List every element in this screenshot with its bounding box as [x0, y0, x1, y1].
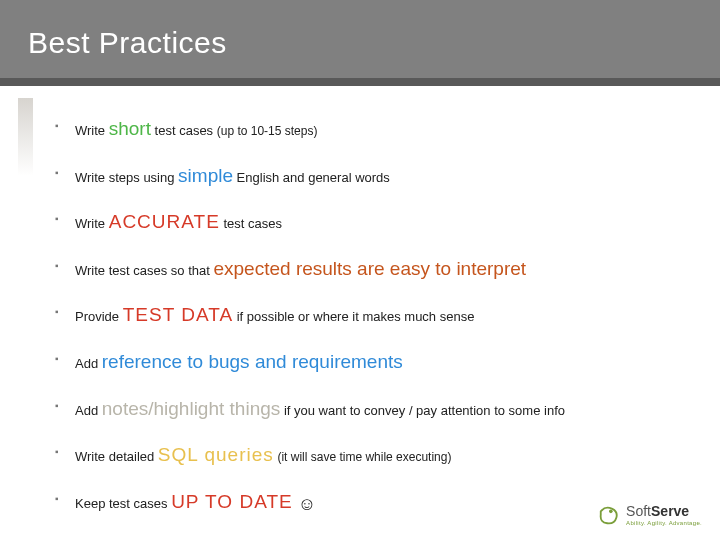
highlight-accurate: ACCURATE	[109, 211, 220, 232]
highlight-reference: reference to bugs and requirements	[102, 351, 403, 372]
side-gradient-strip	[18, 98, 33, 176]
list-item: Provide TEST DATA if possible or where i…	[55, 302, 680, 329]
parenthetical: (up to 10-15 steps)	[217, 124, 318, 138]
list-item: Write short test cases (up to 10-15 step…	[55, 116, 680, 143]
list-item: Write test cases so that expected result…	[55, 256, 680, 283]
text: English and general words	[233, 170, 390, 185]
svg-point-0	[609, 510, 613, 514]
logo-name-bold: Serve	[651, 503, 689, 519]
list-item: Add reference to bugs and requirements	[55, 349, 680, 376]
logo-text: SoftServe Ability. Agility. Advantage.	[626, 504, 702, 526]
slide-title: Best Practices	[28, 26, 227, 60]
text: Add	[75, 403, 102, 418]
highlight-test-data: TEST DATA	[123, 304, 233, 325]
smile-icon: ☺	[293, 494, 316, 514]
logo-name: SoftServe	[626, 504, 702, 518]
text: test cases	[151, 123, 217, 138]
highlight-expected: expected results are easy to interpret	[213, 258, 526, 279]
text: if possible or where it makes much sense	[233, 309, 474, 324]
logo-mark-icon	[598, 504, 620, 526]
text: Write test cases so that	[75, 263, 213, 278]
highlight-short: short	[109, 118, 151, 139]
list-item: Write detailed SQL queries (it will save…	[55, 442, 680, 469]
text: test cases	[220, 216, 282, 231]
text: Write steps using	[75, 170, 178, 185]
text: Write	[75, 123, 109, 138]
logo-tagline: Ability. Agility. Advantage.	[626, 520, 702, 526]
slide-content: Write short test cases (up to 10-15 step…	[0, 86, 720, 517]
header-underline	[0, 78, 720, 86]
logo-name-light: Soft	[626, 503, 651, 519]
bullet-list: Write short test cases (up to 10-15 step…	[55, 116, 680, 517]
slide-header: Best Practices	[0, 0, 720, 86]
highlight-up-to-date: UP TO DATE	[171, 491, 293, 512]
text: Write detailed	[75, 449, 158, 464]
text: Provide	[75, 309, 123, 324]
list-item: Write steps using simple English and gen…	[55, 163, 680, 190]
list-item: Add notes/highlight things if you want t…	[55, 396, 680, 423]
highlight-sql: SQL queries	[158, 444, 274, 465]
list-item: Write ACCURATE test cases	[55, 209, 680, 236]
text: Add	[75, 356, 102, 371]
parenthetical: (it will save time while executing)	[277, 450, 451, 464]
text: if you want to convey / pay attention to…	[280, 403, 565, 418]
text: Keep test cases	[75, 496, 171, 511]
highlight-notes: notes/highlight things	[102, 398, 281, 419]
softserve-logo: SoftServe Ability. Agility. Advantage.	[598, 504, 702, 526]
highlight-simple: simple	[178, 165, 233, 186]
list-item: Keep test cases UP TO DATE ☺	[55, 489, 680, 517]
text: Write	[75, 216, 109, 231]
